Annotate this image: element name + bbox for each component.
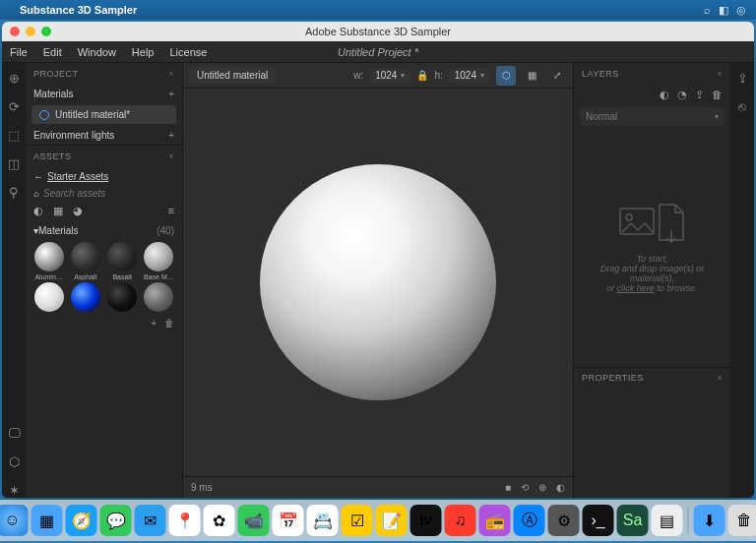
view-2d-icon[interactable]: ▦ <box>522 66 541 86</box>
add-icon[interactable]: ⊕ <box>9 71 20 86</box>
layer-mask-icon[interactable]: ◐ <box>660 89 669 101</box>
dock-tv[interactable]: tv <box>410 505 442 536</box>
asset-thumb[interactable]: Asphalt <box>68 242 102 280</box>
window-minimize[interactable] <box>26 27 35 36</box>
dock-photos[interactable]: ✿ <box>204 505 235 536</box>
height-select[interactable]: 1024 <box>449 68 490 83</box>
dock-app[interactable]: ▤ <box>652 505 683 536</box>
env-lights-section[interactable]: Environment lights + <box>26 126 182 145</box>
dock-downloads[interactable]: ⬇ <box>694 505 725 536</box>
asset-thumb[interactable] <box>68 282 102 312</box>
browse-link[interactable]: click here <box>617 283 655 293</box>
layer-adjust-icon[interactable]: ◔ <box>677 89 687 101</box>
dock-finder[interactable]: ☺ <box>0 505 29 536</box>
asset-thumb[interactable]: Alumin… <box>32 242 66 280</box>
project-title: Untitled Project * <box>338 46 418 58</box>
window-maximize[interactable] <box>41 27 51 36</box>
dock-calendar[interactable]: 📅 <box>273 505 304 536</box>
control-center-icon[interactable]: ◧ <box>719 4 728 17</box>
asset-thumb[interactable] <box>105 282 140 312</box>
menu-edit[interactable]: Edit <box>43 46 62 58</box>
assets-category[interactable]: ▾ Materials (40) <box>26 221 182 240</box>
export-icon[interactable]: ⇪ <box>737 71 748 86</box>
layer-delete-icon[interactable]: 🗑 <box>712 89 723 101</box>
layer-export-icon[interactable]: ⇪ <box>695 89 704 101</box>
project-panel-header: PROJECT × <box>26 63 182 85</box>
menu-license[interactable]: License <box>169 46 207 58</box>
dock-terminal[interactable]: ›_ <box>583 505 614 536</box>
dock-notes[interactable]: 📝 <box>376 505 408 536</box>
add-asset-icon[interactable]: + <box>151 318 157 329</box>
close-icon[interactable]: × <box>168 69 174 79</box>
dock-messages[interactable]: 💬 <box>100 505 132 536</box>
dock-sampler[interactable]: Sa <box>617 505 649 536</box>
material-indicator-icon <box>39 110 49 120</box>
asset-thumb[interactable]: Basalt <box>105 242 140 280</box>
dock-reminders[interactable]: ☑ <box>342 505 373 536</box>
close-icon[interactable]: × <box>717 373 723 383</box>
shading-icon[interactable]: ◐ <box>556 482 565 493</box>
globe-icon[interactable]: ⊕ <box>538 482 546 493</box>
delete-asset-icon[interactable]: 🗑 <box>164 318 174 329</box>
material-name-field[interactable]: Untitled material <box>189 67 276 84</box>
asset-thumb[interactable]: Base M… <box>142 242 176 280</box>
dock-launchpad[interactable]: ▦ <box>32 505 63 536</box>
filter-sphere-icon[interactable]: ◕ <box>73 205 83 217</box>
titlebar: Adobe Substance 3D Sampler <box>2 22 754 41</box>
viewport-3d[interactable] <box>183 89 573 476</box>
search-icon[interactable]: ⌕ <box>33 188 39 199</box>
rotate-icon[interactable]: ⟳ <box>9 99 20 114</box>
crop-icon[interactable]: ⬚ <box>8 128 20 143</box>
dock-appstore[interactable]: Ⓐ <box>514 505 545 536</box>
back-icon[interactable]: ← <box>33 171 43 182</box>
filter-contrast-icon[interactable]: ◐ <box>33 205 43 217</box>
menu-file[interactable]: File <box>10 46 28 58</box>
dock-facetime[interactable]: 📹 <box>238 505 270 536</box>
materials-section[interactable]: Materials + <box>26 85 182 103</box>
menu-help[interactable]: Help <box>132 46 155 58</box>
display-icon[interactable]: 🖵 <box>8 426 21 441</box>
filter-image-icon[interactable]: ▦ <box>53 205 63 217</box>
dock-podcasts[interactable]: 📻 <box>479 505 511 536</box>
close-icon[interactable]: × <box>168 151 174 161</box>
search-assets-input[interactable] <box>43 188 174 199</box>
dock-settings[interactable]: ⚙ <box>548 505 580 536</box>
close-icon[interactable]: × <box>717 69 723 79</box>
transform-icon[interactable]: ◫ <box>8 156 20 171</box>
siri-icon[interactable]: ◎ <box>736 4 746 17</box>
svg-rect-0 <box>620 209 654 234</box>
dock-safari[interactable]: 🧭 <box>66 505 97 536</box>
dock-music[interactable]: ♫ <box>445 505 476 536</box>
blend-mode-select[interactable]: Normal <box>580 107 724 126</box>
link-icon[interactable]: ⬡ <box>9 454 20 469</box>
dock-mail[interactable]: ✉ <box>135 505 166 536</box>
menu-window[interactable]: Window <box>78 46 116 58</box>
search-icon[interactable]: ⌕ <box>704 4 711 17</box>
fullscreen-icon[interactable]: ⤢ <box>547 66 567 86</box>
camera-icon[interactable]: ■ <box>505 482 511 493</box>
dock-contacts[interactable]: 📇 <box>307 505 339 536</box>
asset-thumb[interactable] <box>142 282 176 312</box>
view-3d-icon[interactable]: ⬡ <box>496 66 516 86</box>
layers-drop-area[interactable]: To start, Drag and drop image(s) or mate… <box>574 128 730 367</box>
app-window: Adobe Substance 3D Sampler File Edit Win… <box>2 22 754 498</box>
list-view-icon[interactable]: ≡ <box>168 205 174 217</box>
plus-icon[interactable]: + <box>168 89 174 99</box>
width-select[interactable]: 1024 <box>369 68 410 83</box>
settings-icon[interactable]: ✶ <box>9 483 20 498</box>
rotate-env-icon[interactable]: ⟲ <box>521 482 529 493</box>
stamp-icon[interactable]: ⚲ <box>9 185 19 200</box>
dock-maps[interactable]: 📍 <box>169 505 201 536</box>
svg-point-1 <box>626 214 632 220</box>
assets-breadcrumb[interactable]: ← Starter Assets <box>26 167 182 186</box>
material-list-item[interactable]: Untitled material* <box>32 105 176 124</box>
lock-icon[interactable]: 🔒 <box>416 70 428 81</box>
os-app-name[interactable]: Substance 3D Sampler <box>20 4 137 16</box>
asset-thumb[interactable] <box>32 282 66 312</box>
window-close[interactable] <box>10 27 20 36</box>
dock-trash[interactable]: 🗑 <box>728 505 757 536</box>
center-area: Untitled material w: 1024 🔒 h: 1024 ⬡ ▦ … <box>183 63 573 498</box>
share-icon[interactable]: ⎋ <box>738 99 746 114</box>
plus-icon[interactable]: + <box>168 130 174 141</box>
layers-panel-header: LAYERS × <box>574 63 730 85</box>
